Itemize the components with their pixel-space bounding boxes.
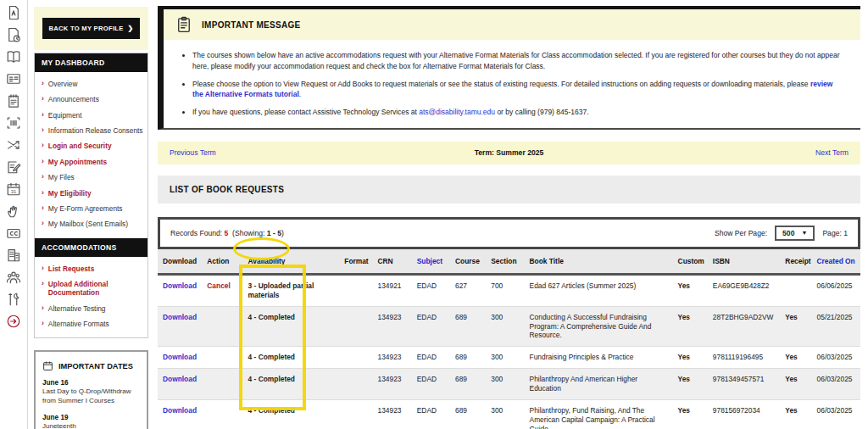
ats-email-link[interactable]: ats@disability.tamu.edu [419,108,495,116]
file-clock-icon[interactable] [6,27,21,42]
custom-cell: Yes [673,274,708,306]
chevron-right-icon: › [42,142,44,150]
action-cell [202,400,242,429]
created-on-cell: 06/03/2025 [812,400,860,429]
date-entry: June 19 Juneteenth Closed All Day. [42,413,140,429]
form-card-icon[interactable] [6,71,21,86]
col-created-on-sort[interactable]: Created On [812,249,860,275]
sidebar-item-alternative-testing[interactable]: ›Alternative Testing [35,301,147,316]
subject-cell: EDAD [412,306,450,347]
sidebar-item-equipment[interactable]: ›Equipment [35,108,147,123]
col-crn: CRN [373,249,412,275]
chevron-right-icon: › [42,173,44,181]
availability-cell: 4 - Completed [243,347,340,369]
sidebar-item-list-requests[interactable]: ›List Requests [35,261,147,276]
chevron-right-icon: › [42,189,44,198]
sidebar-item-my-mailbox[interactable]: ›My Mailbox (Sent Emails) [35,216,147,231]
format-cell [339,369,372,400]
crn-cell: 134923 [373,306,412,347]
important-message-panel: IMPORTANT MESSAGE The courses shown belo… [158,6,860,130]
open-book-icon[interactable] [6,49,21,64]
isbn-cell: 9781349457571 [708,369,781,400]
chevron-right-icon: › [42,95,44,103]
cancel-link[interactable]: Cancel [207,281,230,290]
sidebar: BACK TO MY PROFILE❯ MY DASHBOARD ›Overvi… [34,0,148,429]
sign-out-icon[interactable] [6,314,21,329]
closed-captioning-icon[interactable] [6,226,21,241]
subject-cell: EDAD [412,369,450,400]
previous-term-link[interactable]: Previous Term [170,148,216,157]
table-row: Download 4 - Completed 134923 EDAD 689 3… [158,400,860,429]
accommodations-nav-list: ›List Requests ›Upload Additional Docume… [35,257,147,338]
show-per-page-select[interactable]: 500▼ [775,226,815,241]
chevron-right-icon: › [42,320,44,328]
download-link[interactable]: Download [163,375,197,383]
dashboard-nav-list: ›Overview ›Announcements ›Equipment ›Inf… [35,72,147,238]
section-cell: 300 [486,369,524,400]
action-cell [202,306,242,347]
chevron-down-icon: ▼ [801,230,807,236]
sidebar-item-information-release-consents[interactable]: ›Information Release Consents [35,123,147,138]
sidebar-nav-panel: MY DASHBOARD ›Overview ›Announcements ›E… [34,53,148,338]
availability-cell: 4 - Completed [243,306,340,347]
barcode-icon[interactable] [6,115,21,131]
book-title-cell: Philanthropy, Fund Raising, And The Amer… [525,400,673,429]
accessible-document-icon[interactable] [6,5,21,20]
sidebar-item-login-and-security[interactable]: ›Login and Security [35,138,147,153]
shuffle-icon[interactable] [6,137,21,153]
note-edit-icon[interactable] [6,159,21,175]
col-download: Download [158,249,202,275]
sign-language-icon[interactable] [6,203,21,219]
download-link[interactable]: Download [163,313,197,321]
sidebar-item-announcements[interactable]: ›Announcements [35,92,147,107]
download-link[interactable]: Download [163,281,197,290]
sidebar-item-my-eligibility[interactable]: ›My Eligibility [35,186,147,201]
building-icon[interactable] [6,248,21,263]
table-row: Download Cancel 3 - Uploaded partial mat… [158,274,860,306]
section-cell: 700 [486,274,524,306]
profile-panel: BACK TO MY PROFILE❯ [34,7,148,50]
format-cell [339,306,372,347]
clipboard-icon [175,16,192,33]
custom-cell: Yes [673,306,708,347]
svg-text:31: 31 [11,189,17,194]
receipt-cell: Yes [780,369,811,400]
important-dates-panel: IMPORTANT DATES June 16 Last Day to Q-Dr… [34,350,148,429]
table-row: Download 4 - Completed 134923 EDAD 689 3… [158,369,860,400]
sidebar-item-alternative-formats[interactable]: ›Alternative Formats [35,316,147,332]
col-receipt: Receipt [780,249,811,275]
format-cell [339,400,372,429]
col-subject-sort[interactable]: Subject [412,249,450,275]
format-cell [339,274,372,306]
message-bullet-1: The courses shown below have an active a… [192,50,845,72]
download-link[interactable]: Download [163,406,197,415]
notepad-icon[interactable] [6,93,21,109]
download-link[interactable]: Download [163,353,197,361]
chevron-right-icon: › [42,280,44,298]
group-icon[interactable] [6,270,21,285]
course-cell: 689 [450,306,486,347]
records-toolbar: Records Found: 5 (Showing: 1 - 5) Show P… [158,217,860,249]
course-cell: 689 [450,369,486,400]
chevron-right-icon: › [42,80,44,88]
created-on-cell: 05/21/2025 [812,306,860,347]
book-title-cell: Fundraising Principles & Practice [525,347,673,369]
calendar-icon[interactable]: 31 [6,181,21,197]
next-term-link[interactable]: Next Term [815,148,849,157]
table-row: Download 4 - Completed 134923 EDAD 689 3… [158,306,860,347]
table-header-row: Download Action Availability Format CRN … [158,249,860,275]
custom-cell: Yes [673,369,708,400]
list-of-book-requests-title: LIST OF BOOK REQUESTS [158,176,860,203]
back-to-profile-button[interactable]: BACK TO MY PROFILE❯ [42,18,139,39]
sidebar-item-upload-additional-documentation[interactable]: ›Upload Additional Documentation [35,276,147,301]
icon-rail: 31 [0,0,28,429]
col-section: Section [486,249,524,275]
book-title-cell: Edad 627 Articles (Summer 2025) [525,274,673,306]
sidebar-item-my-appointments[interactable]: ›My Appointments [35,154,147,170]
tools-icon[interactable] [6,292,21,307]
sidebar-item-my-files[interactable]: ›My Files [35,170,147,185]
sidebar-item-my-eform-agreements[interactable]: ›My E-Form Agreements [35,201,147,216]
sidebar-item-overview[interactable]: ›Overview [35,76,147,92]
section-cell: 300 [486,400,524,429]
receipt-cell: Yes [780,400,811,429]
